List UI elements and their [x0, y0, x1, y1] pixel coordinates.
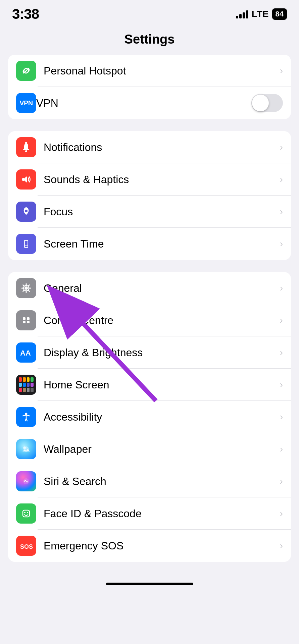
focus-chevron: ›: [280, 206, 283, 217]
settings-item-notifications[interactable]: Notifications ›: [8, 131, 291, 163]
home-screen-label: Home Screen: [44, 379, 277, 391]
face-id-icon: [16, 503, 36, 524]
svg-point-18: [25, 413, 28, 415]
wallpaper-label: Wallpaper: [44, 443, 277, 455]
signal-icon: [236, 10, 248, 18]
siri-chevron: ›: [280, 476, 283, 487]
settings-item-general[interactable]: General ›: [8, 272, 291, 304]
home-indicator: [106, 583, 193, 585]
svg-point-20: [23, 446, 26, 449]
personal-hotspot-icon: [16, 61, 36, 81]
page-title: Settings: [124, 32, 175, 46]
emergency-sos-icon: SOS: [16, 536, 36, 556]
svg-rect-15: [23, 321, 26, 323]
vpn-icon: VPN: [16, 93, 36, 113]
svg-rect-2: [22, 178, 24, 181]
personal-hotspot-label: Personal Hotspot: [44, 65, 277, 77]
svg-rect-13: [23, 317, 26, 320]
siri-label: Siri & Search: [44, 475, 277, 488]
settings-group-alerts: Notifications › Sounds & Haptics › Focus…: [8, 131, 291, 260]
general-icon: [16, 278, 36, 298]
accessibility-chevron: ›: [280, 412, 283, 422]
control-centre-label: Control Centre: [44, 314, 277, 327]
face-id-label: Face ID & Passcode: [44, 507, 277, 520]
settings-item-personal-hotspot[interactable]: Personal Hotspot ›: [8, 55, 291, 87]
notifications-icon: [16, 137, 36, 157]
settings-item-sounds[interactable]: Sounds & Haptics ›: [8, 163, 291, 196]
settings-item-control-centre[interactable]: Control Centre ›: [8, 304, 291, 336]
focus-icon: [16, 202, 36, 222]
notifications-chevron: ›: [280, 142, 283, 153]
settings-item-focus[interactable]: Focus ›: [8, 196, 291, 228]
screen-time-chevron: ›: [280, 238, 283, 249]
accessibility-icon: [16, 407, 36, 427]
notifications-label: Notifications: [44, 141, 277, 154]
svg-text:AA: AA: [20, 349, 31, 357]
general-chevron: ›: [280, 283, 283, 293]
status-bar: 3:38 LTE 84: [0, 0, 299, 25]
settings-item-display[interactable]: AA Display & Brightness ›: [8, 336, 291, 369]
settings-item-wallpaper[interactable]: Wallpaper ›: [8, 433, 291, 465]
settings-item-screen-time[interactable]: Screen Time ›: [8, 228, 291, 260]
lte-label: LTE: [252, 9, 269, 19]
battery-indicator: 84: [272, 8, 287, 20]
personal-hotspot-chevron: ›: [280, 65, 283, 76]
control-centre-icon: [16, 310, 36, 330]
emergency-sos-label: Emergency SOS: [44, 540, 277, 552]
emergency-sos-chevron: ›: [280, 540, 283, 551]
svg-rect-6: [25, 241, 28, 245]
sounds-icon: [16, 169, 36, 190]
display-icon: AA: [16, 342, 36, 363]
page-header: Settings: [0, 25, 299, 55]
svg-rect-16: [27, 321, 30, 323]
wallpaper-chevron: ›: [280, 444, 283, 454]
settings-item-accessibility[interactable]: Accessibility ›: [8, 401, 291, 433]
settings-item-vpn[interactable]: VPN VPN: [8, 87, 291, 119]
vpn-toggle[interactable]: [251, 94, 283, 112]
vpn-label: VPN: [36, 97, 249, 109]
screen-time-icon: [16, 234, 36, 254]
display-chevron: ›: [280, 347, 283, 358]
focus-label: Focus: [44, 206, 277, 218]
svg-rect-14: [27, 317, 30, 320]
accessibility-label: Accessibility: [44, 411, 277, 423]
home-indicator-area: [0, 574, 299, 594]
svg-point-0: [25, 150, 27, 152]
status-time: 3:38: [12, 6, 39, 22]
settings-item-emergency-sos[interactable]: SOS Emergency SOS ›: [8, 530, 291, 562]
status-right: LTE 84: [236, 8, 287, 20]
control-centre-chevron: ›: [280, 315, 283, 326]
settings-group-system: General › Control Centre › AA Display & …: [8, 272, 291, 562]
svg-point-12: [25, 287, 28, 289]
svg-point-23: [24, 512, 26, 513]
wallpaper-icon: [16, 439, 36, 459]
face-id-chevron: ›: [280, 508, 283, 519]
general-label: General: [44, 282, 277, 294]
home-screen-chevron: ›: [280, 379, 283, 390]
svg-text:SOS: SOS: [20, 543, 33, 550]
sounds-chevron: ›: [280, 174, 283, 185]
svg-marker-3: [24, 176, 27, 183]
settings-item-siri[interactable]: Siri & Search ›: [8, 465, 291, 497]
settings-item-face-id[interactable]: Face ID & Passcode ›: [8, 497, 291, 530]
hotspot-svg: [20, 65, 32, 76]
svg-point-4: [25, 210, 28, 212]
settings-item-home-screen[interactable]: Home Screen ›: [8, 369, 291, 401]
sounds-label: Sounds & Haptics: [44, 173, 277, 186]
svg-point-24: [27, 512, 28, 513]
settings-group-network: Personal Hotspot › VPN VPN: [8, 55, 291, 119]
svg-rect-1: [25, 142, 27, 143]
screen-time-label: Screen Time: [44, 238, 277, 250]
display-label: Display & Brightness: [44, 346, 277, 359]
siri-icon: [16, 471, 36, 491]
home-screen-icon: [16, 375, 36, 395]
svg-rect-7: [25, 246, 28, 247]
